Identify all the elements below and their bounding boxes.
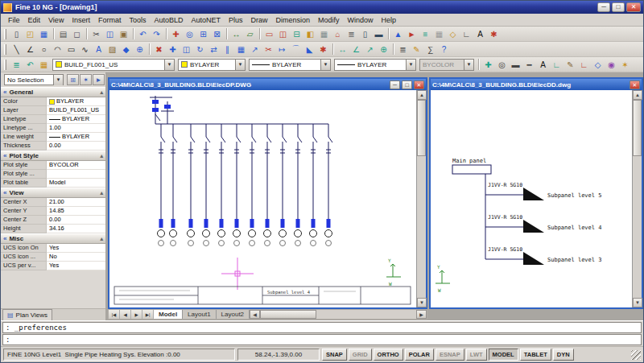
tab-nav-last[interactable]: ▶|: [142, 310, 154, 319]
property-value[interactable]: [47, 170, 105, 179]
help-icon[interactable]: ?: [437, 43, 451, 56]
menu-modify[interactable]: Modify: [314, 15, 344, 25]
status-toggle-dyn[interactable]: DYN: [553, 349, 574, 361]
child-close-button[interactable]: ✕: [414, 80, 424, 89]
section-header-general[interactable]: «General▴: [1, 87, 105, 97]
spline-icon[interactable]: ∿: [78, 43, 92, 56]
rectangle-icon[interactable]: ▭: [64, 43, 78, 56]
layer-states-icon[interactable]: ▦: [37, 58, 51, 71]
coordinates-display[interactable]: 58.24,-1.39,0.00: [237, 349, 320, 361]
elecdp-vertical-scrollbar[interactable]: ▲ ▼: [416, 90, 426, 307]
toolbar-grip[interactable]: [4, 29, 6, 39]
layer-isolate-icon[interactable]: ◎: [495, 58, 509, 71]
menu-insert[interactable]: Insert: [68, 15, 94, 25]
status-toggle-tablet[interactable]: TABLET: [520, 349, 551, 361]
property-value[interactable]: 1.00: [47, 124, 105, 133]
make-object-layer-icon[interactable]: ✚: [481, 58, 495, 71]
menu-plus[interactable]: Plus: [225, 15, 247, 25]
dim-angular-icon[interactable]: ∠: [349, 43, 363, 56]
scroll-down-icon[interactable]: ▼: [417, 298, 427, 307]
command-history[interactable]: : _preferences: [2, 322, 642, 333]
minimize-button[interactable]: ─: [597, 2, 610, 12]
property-value[interactable]: BYCOLOR: [47, 161, 105, 170]
status-toggle-esnap[interactable]: ESNAP: [436, 349, 464, 361]
menu-file[interactable]: File: [4, 15, 24, 25]
offset-icon[interactable]: ∥: [221, 43, 234, 56]
scrollbar-track[interactable]: [633, 156, 642, 298]
menu-help[interactable]: Help: [378, 15, 401, 25]
pan-icon[interactable]: ✚: [169, 27, 183, 40]
extend-icon[interactable]: ↦: [275, 43, 289, 56]
scroll-up-icon[interactable]: ▲: [633, 90, 642, 100]
named-views-icon[interactable]: ◇: [591, 58, 605, 71]
status-toggle-polar[interactable]: POLAR: [405, 349, 434, 361]
tab-layout1[interactable]: Layout1: [183, 310, 216, 319]
elecdp-title-bar[interactable]: C:\4M\CALC\8_3_BUILDING.BLD\ElecDP.DWG ─…: [109, 79, 426, 90]
toolbar-grip[interactable]: [4, 44, 6, 55]
plan-views-tab[interactable]: ▤ Plan Views: [2, 309, 52, 320]
scrollbar-track[interactable]: [417, 156, 426, 298]
lineweight-icon[interactable]: ━: [522, 58, 536, 71]
section-collapse-icon[interactable]: ▴: [100, 236, 103, 242]
property-value[interactable]: BYLAYER: [47, 133, 105, 142]
grid-icon[interactable]: ▦: [432, 27, 446, 40]
block-icon[interactable]: ◆: [119, 43, 133, 56]
north-arrow-icon[interactable]: ►: [405, 27, 419, 40]
mirror-icon[interactable]: ⇄: [207, 43, 221, 56]
ortho-icon[interactable]: ∟: [460, 27, 473, 40]
text-icon[interactable]: A: [92, 43, 105, 56]
copy-object-icon[interactable]: ◫: [180, 43, 193, 56]
render-icon[interactable]: ◉: [605, 58, 618, 71]
elecdp-drawing-canvas[interactable]: Subpanel level 4 Y W: [109, 90, 416, 307]
close-button[interactable]: ✕: [626, 2, 641, 12]
toolbox-icon[interactable]: ✶: [618, 58, 632, 71]
dropdown-arrow-icon[interactable]: ▼: [235, 60, 245, 70]
properties-icon[interactable]: ≣: [396, 43, 410, 56]
layer-manager-icon[interactable]: ≣: [10, 58, 23, 71]
property-value[interactable]: BYLAYER: [47, 97, 105, 106]
tab-nav-first[interactable]: |◀: [109, 310, 120, 319]
child-close-button[interactable]: ✕: [630, 80, 640, 89]
move-icon[interactable]: ✚: [166, 43, 180, 56]
save-icon[interactable]: ▦: [37, 27, 51, 40]
lineweight-combo[interactable]: BYLAYER ▼: [334, 59, 416, 71]
scroll-left-icon[interactable]: ◀: [250, 310, 260, 319]
redraw-icon[interactable]: ✱: [487, 27, 501, 40]
quick-select-icon[interactable]: ✶: [80, 74, 92, 85]
area-icon[interactable]: ▱: [243, 27, 257, 40]
color-combo[interactable]: BYLAYER ▼: [178, 59, 246, 71]
command-input[interactable]: :: [2, 334, 642, 345]
arc-icon[interactable]: ◠: [51, 43, 64, 56]
menu-autobld[interactable]: AutoBLD: [150, 15, 187, 25]
property-value[interactable]: No: [47, 253, 105, 262]
fillet-icon[interactable]: ⌒: [289, 43, 303, 56]
scroll-up-icon[interactable]: ▲: [417, 90, 427, 100]
menu-edit[interactable]: Edit: [24, 15, 45, 25]
leader-icon[interactable]: ↗: [363, 43, 377, 56]
door-icon[interactable]: ◧: [303, 27, 317, 40]
property-value[interactable]: BUILD_FL001_US: [47, 106, 105, 115]
layers-icon[interactable]: ≡: [419, 27, 432, 40]
status-toggle-snap[interactable]: SNAP: [322, 349, 347, 361]
stairs-icon[interactable]: ≣: [345, 27, 358, 40]
linetype-manager-icon[interactable]: ▬: [509, 58, 522, 71]
trim-icon[interactable]: ✂: [262, 43, 275, 56]
child-minimize-button[interactable]: ─: [390, 80, 400, 89]
menu-draw[interactable]: Draw: [247, 15, 272, 25]
zoom-extents-icon[interactable]: ⊠: [210, 27, 224, 40]
elecdd-vertical-scrollbar[interactable]: ▲ ▼: [632, 90, 642, 307]
opening-icon[interactable]: ◫: [276, 27, 290, 40]
view-3d-icon[interactable]: ▲: [391, 27, 405, 40]
select-objects-icon[interactable]: ►: [93, 74, 105, 85]
zoom-realtime-icon[interactable]: ◎: [183, 27, 196, 40]
property-value[interactable]: 0.00: [47, 142, 105, 151]
menu-view[interactable]: View: [44, 15, 68, 25]
section-header-misc[interactable]: «Misc▴: [1, 233, 105, 244]
menu-autonet[interactable]: AutoNET: [187, 15, 225, 25]
layer-combo[interactable]: BUILD_FL001_US ▼: [52, 59, 175, 71]
tab-nav-next[interactable]: ▶: [131, 310, 142, 319]
tab-nav-prev[interactable]: ◀: [120, 310, 131, 319]
explode-icon[interactable]: ✱: [316, 43, 330, 56]
menu-dimension[interactable]: Dimension: [272, 15, 315, 25]
style-edit-icon[interactable]: ✎: [564, 58, 577, 71]
